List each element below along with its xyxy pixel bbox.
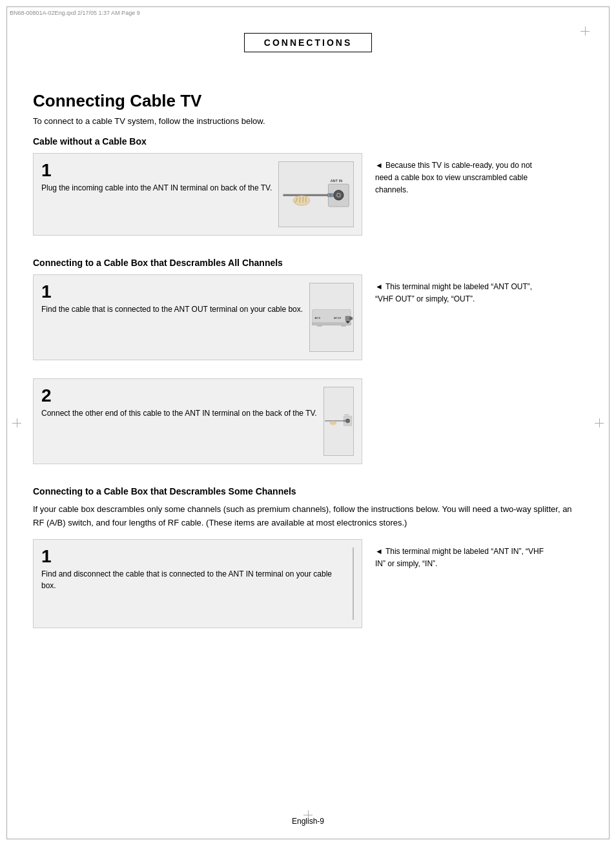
page-border: BN68-00801A-02Eng.qxd 2/17/05 1:37 AM Pa… xyxy=(6,6,610,839)
svg-point-12 xyxy=(329,194,332,196)
section3-step1-image: ANT IN xyxy=(353,547,354,620)
section2-step1-diagram: ANT IN ANT OUT xyxy=(310,283,353,351)
footer-text: English-9 xyxy=(292,817,324,826)
print-info: BN68-00801A-02Eng.qxd 2/17/05 1:37 AM Pa… xyxy=(10,10,140,16)
section3-step1-number: 1 xyxy=(41,547,346,566)
section1-note: Because this TV is cable-ready, you do n… xyxy=(375,159,549,197)
left-crosshair xyxy=(12,418,21,427)
section2-note-text: This terminal might be labeled “ANT OUT”… xyxy=(375,281,549,305)
section2-step1-text: Find the cable that is connected to the … xyxy=(41,303,303,315)
svg-rect-21 xyxy=(341,325,345,327)
right-crosshair xyxy=(595,418,604,427)
section1-step1-image: ANT IN xyxy=(278,161,354,227)
page-footer: English-9 xyxy=(7,817,609,826)
section3-step1-left: 1 Find and disconnect the cable that is … xyxy=(41,547,346,591)
section2-step1-left: 1 Find the cable that is connected to th… xyxy=(41,283,303,315)
top-right-crosshair xyxy=(580,26,590,36)
section1-note-text: Because this TV is cable-ready, you do n… xyxy=(375,159,549,197)
section-cable-without-box: Cable without a Cable Box 1 Plug the inc… xyxy=(33,136,583,245)
svg-text:ANT IN: ANT IN xyxy=(331,179,343,183)
section3-description: If your cable box descrambles only some … xyxy=(33,503,583,530)
section2-step2-number: 2 xyxy=(41,387,317,405)
section1-step1-text: Plug the incoming cable into the ANT IN … xyxy=(41,182,272,194)
section1-step1-left: 1 Plug the incoming cable into the ANT I… xyxy=(41,161,272,194)
section1-step1-number: 1 xyxy=(41,161,272,179)
section-descrambles-some: Connecting to a Cable Box that Descrambl… xyxy=(33,486,583,637)
svg-rect-14 xyxy=(313,323,351,325)
section3-note-text: This terminal might be labeled “ANT IN”,… xyxy=(375,546,549,570)
section2-step2-left: 2 Connect the other end of this cable to… xyxy=(41,387,317,419)
subtitle: To connect to a cable TV system, follow … xyxy=(33,116,583,126)
svg-point-26 xyxy=(347,420,348,421)
svg-line-10 xyxy=(306,198,307,203)
section1-title: Cable without a Cable Box xyxy=(33,136,583,147)
connections-header: CONNECTIONS xyxy=(244,33,372,52)
section2-step2-box: 2 Connect the other end of this cable to… xyxy=(33,378,362,473)
connections-label: CONNECTIONS xyxy=(264,37,352,48)
section2-title: Connecting to a Cable Box that Descrambl… xyxy=(33,258,583,268)
section2-step1-number: 1 xyxy=(41,283,303,301)
section2-note: This terminal might be labeled “ANT OUT”… xyxy=(375,281,549,305)
svg-rect-20 xyxy=(317,325,322,327)
svg-rect-18 xyxy=(349,317,352,320)
section-descrambles-all: Connecting to a Cable Box that Descrambl… xyxy=(33,258,583,473)
section3-step1-box: 1 Find and disconnect the cable that is … xyxy=(33,539,362,637)
section1-step1-box: 1 Plug the incoming cable into the ANT I… xyxy=(33,153,362,245)
svg-line-9 xyxy=(303,197,303,203)
section1-diagram: ANT IN xyxy=(279,162,353,227)
section3-step1-text: Find and disconnect the cable that is co… xyxy=(41,568,346,591)
svg-point-6 xyxy=(294,196,310,205)
svg-point-4 xyxy=(338,194,340,196)
page-title: Connecting Cable TV xyxy=(33,91,583,111)
svg-point-34 xyxy=(344,420,345,422)
section2-step2-text: Connect the other end of this cable to t… xyxy=(41,407,317,419)
section3-title: Connecting to a Cable Box that Descrambl… xyxy=(33,486,583,496)
section2-step1-image: ANT IN ANT OUT xyxy=(309,283,354,352)
section2-step2-diagram: ANT IN xyxy=(324,387,353,455)
section3-note: This terminal might be labeled “ANT IN”,… xyxy=(375,546,549,570)
svg-text:ANT IN: ANT IN xyxy=(344,414,349,415)
section2-step2-image: ANT IN xyxy=(323,387,354,456)
section2-step1-box: 1 Find the cable that is connected to th… xyxy=(33,274,362,369)
